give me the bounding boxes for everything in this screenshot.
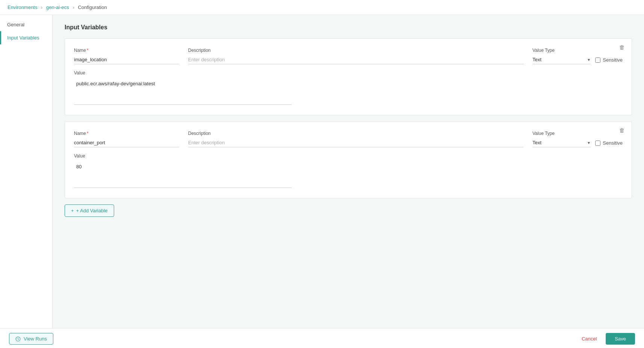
add-variable-label: + Add Variable: [76, 208, 108, 213]
clock-icon: [15, 336, 21, 342]
sidebar-item-general-label: General: [7, 22, 24, 27]
value-section-2: Value 80: [74, 153, 623, 189]
type-field-group-1: Value Type Text Number Boolean Sensitive: [532, 48, 623, 64]
sensitive-group-1: Sensitive: [595, 57, 623, 64]
select-wrapper-2: Text Number Boolean: [532, 138, 591, 147]
breadcrumb-sep-2: ›: [72, 5, 74, 10]
required-star-1: *: [87, 48, 89, 53]
sensitive-checkbox-2[interactable]: [595, 141, 600, 146]
select-wrapper-1: Text Number Boolean: [532, 55, 591, 64]
fields-row-2: Name* Description Value Type Text: [74, 131, 623, 147]
value-label-2: Value: [74, 153, 623, 159]
name-label-1: Name*: [74, 48, 179, 53]
value-section-1: Value public.ecr.aws/rafay-dev/genai:lat…: [74, 70, 623, 106]
cancel-button[interactable]: Cancel: [577, 333, 601, 345]
sidebar-item-general[interactable]: General: [0, 18, 52, 31]
breadcrumb-sep-1: ›: [41, 5, 42, 10]
desc-input-2[interactable]: [188, 138, 523, 147]
delete-button-1[interactable]: 🗑: [618, 43, 626, 51]
type-label-1: Value Type: [532, 48, 623, 53]
variable-card-2: 🗑 Name* Description Value Type: [65, 121, 632, 198]
type-field-group-2: Value Type Text Number Boolean Sensitive: [532, 131, 623, 147]
fields-row-1: Name* Description Value Type Text: [74, 48, 623, 64]
type-label-2: Value Type: [532, 131, 623, 136]
value-type-select-2[interactable]: Text Number Boolean: [532, 138, 591, 147]
name-label-2: Name*: [74, 131, 179, 136]
desc-label-1: Description: [188, 48, 523, 53]
name-input-2[interactable]: [74, 138, 179, 147]
sensitive-group-2: Sensitive: [595, 140, 623, 147]
sensitive-label-1: Sensitive: [603, 57, 623, 63]
breadcrumb-configuration: Configuration: [78, 5, 107, 10]
required-star-2: *: [87, 131, 89, 136]
sensitive-checkbox-1[interactable]: [595, 57, 600, 63]
value-label-1: Value: [74, 70, 623, 76]
name-input-1[interactable]: [74, 55, 179, 64]
desc-input-1[interactable]: [188, 55, 523, 64]
desc-field-group-2: Description: [188, 131, 523, 147]
type-sensitive-row-2: Text Number Boolean Sensitive: [532, 138, 623, 147]
variable-card-1: 🗑 Name* Description Value Type: [65, 38, 632, 115]
breadcrumb: Environments › gen-ai-ecs › Configuratio…: [0, 0, 644, 15]
footer: View Runs Cancel Save: [0, 328, 644, 348]
breadcrumb-environments[interactable]: Environments: [8, 5, 37, 10]
view-runs-button[interactable]: View Runs: [9, 333, 53, 345]
value-type-select-1[interactable]: Text Number Boolean: [532, 55, 591, 64]
add-variable-icon: +: [71, 208, 74, 213]
view-runs-label: View Runs: [24, 336, 47, 342]
breadcrumb-gen-ai-ecs[interactable]: gen-ai-ecs: [46, 5, 69, 10]
delete-button-2[interactable]: 🗑: [618, 126, 626, 134]
name-field-group-2: Name*: [74, 131, 179, 147]
value-textarea-2[interactable]: 80: [74, 162, 292, 188]
sidebar: General Input Variables: [0, 15, 53, 328]
type-sensitive-row-1: Text Number Boolean Sensitive: [532, 55, 623, 64]
name-field-group-1: Name*: [74, 48, 179, 64]
desc-field-group-1: Description: [188, 48, 523, 64]
sensitive-label-2: Sensitive: [603, 140, 623, 146]
page-title: Input Variables: [65, 24, 632, 31]
desc-label-2: Description: [188, 131, 523, 136]
main-content: Input Variables 🗑 Name* Description: [53, 15, 644, 328]
sidebar-item-input-variables-label: Input Variables: [7, 35, 39, 41]
footer-right: Cancel Save: [577, 333, 635, 345]
save-button[interactable]: Save: [606, 333, 635, 345]
value-textarea-1[interactable]: public.ecr.aws/rafay-dev/genai:latest: [74, 79, 292, 105]
sidebar-item-input-variables[interactable]: Input Variables: [0, 31, 52, 44]
app-layout: General Input Variables Input Variables …: [0, 15, 644, 328]
add-variable-button[interactable]: + + Add Variable: [65, 204, 114, 217]
